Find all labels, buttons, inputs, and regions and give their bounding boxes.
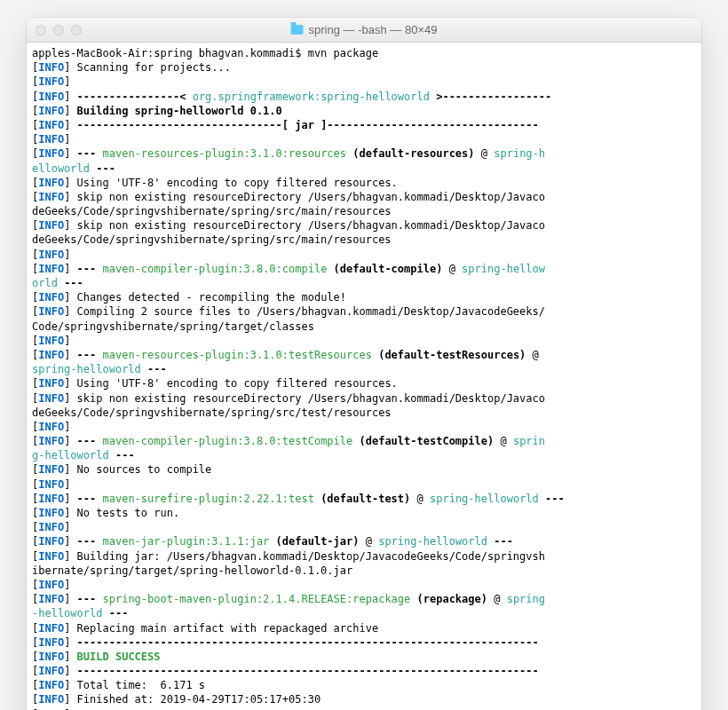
traffic-lights [36, 25, 82, 36]
plugin-name: maven-compiler-plugin:3.8.0:compile [103, 263, 328, 275]
plugin-name: spring-boot-maven-plugin:2.1.4.RELEASE:r… [103, 593, 411, 605]
info-tag: INFO [38, 61, 64, 74]
terminal-window: spring — -bash — 80×49 apples-MacBook-Ai… [27, 18, 701, 710]
maximize-button[interactable] [71, 25, 82, 36]
plugin-name: maven-compiler-plugin:3.8.0:testCompile [103, 435, 353, 447]
plugin-name: maven-resources-plugin:3.1.0:resources [103, 147, 347, 160]
plugin-name: maven-resources-plugin:3.1.0:testResourc… [103, 349, 372, 361]
finished-at: Finished at: 2019-04-29T17:05:17+05:30 [70, 693, 320, 706]
building-line: Building spring-helloworld 0.1.0 [70, 105, 281, 117]
total-time: Total time: 6.171 s [70, 679, 205, 691]
terminal-body[interactable]: apples-MacBook-Air:spring bhagvan.kommad… [27, 43, 701, 710]
artifact-id: org.springframework:spring-helloworld [193, 91, 430, 103]
title-text: spring — -bash — 80×49 [309, 23, 438, 36]
minimize-button[interactable] [53, 25, 64, 36]
prompt-line: apples-MacBook-Air:spring bhagvan.kommad… [32, 47, 378, 59]
output-line: Scanning for projects... [70, 61, 231, 74]
folder-icon [291, 25, 304, 35]
plugin-name: maven-jar-plugin:3.1.1:jar [103, 535, 270, 548]
plugin-name: maven-surefire-plugin:2.22.1:test [103, 493, 314, 505]
titlebar[interactable]: spring — -bash — 80×49 [27, 18, 701, 43]
build-success: BUILD SUCCESS [70, 651, 160, 663]
window-title: spring — -bash — 80×49 [291, 23, 438, 36]
close-button[interactable] [36, 25, 46, 36]
